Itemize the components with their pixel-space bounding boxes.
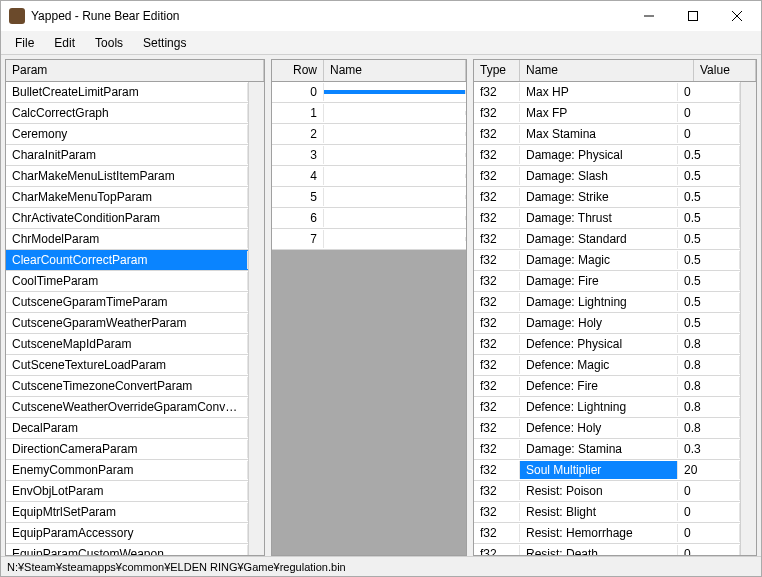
param-row[interactable]: CalcCorrectGraph (6, 103, 248, 124)
field-row[interactable]: f32Damage: Standard0.5 (474, 229, 740, 250)
field-header-value[interactable]: Value (694, 60, 756, 81)
row-row[interactable]: 6 (272, 208, 466, 229)
field-type: f32 (474, 146, 520, 164)
menu-file[interactable]: File (5, 33, 44, 53)
row-row[interactable]: 3 (272, 145, 466, 166)
row-name (324, 174, 466, 178)
param-name: CutsceneTimezoneConvertParam (6, 377, 248, 395)
field-row[interactable]: f32Damage: Physical0.5 (474, 145, 740, 166)
param-row[interactable]: EquipParamCustomWeapon (6, 544, 248, 555)
field-row[interactable]: f32Damage: Strike0.5 (474, 187, 740, 208)
param-row[interactable]: CutsceneMapIdParam (6, 334, 248, 355)
param-row[interactable]: CharMakeMenuTopParam (6, 187, 248, 208)
param-row[interactable]: EnvObjLotParam (6, 481, 248, 502)
field-row[interactable]: f32Defence: Fire0.8 (474, 376, 740, 397)
field-row[interactable]: f32Defence: Lightning0.8 (474, 397, 740, 418)
field-row[interactable]: f32Max Stamina0 (474, 124, 740, 145)
row-index: 0 (272, 83, 324, 101)
menu-settings[interactable]: Settings (133, 33, 196, 53)
field-name: Damage: Fire (520, 272, 678, 290)
field-row[interactable]: f32Resist: Death0 (474, 544, 740, 555)
field-value: 0 (678, 524, 740, 542)
field-header-type[interactable]: Type (474, 60, 520, 81)
row-row[interactable]: 7 (272, 229, 466, 250)
close-button[interactable] (715, 1, 759, 31)
param-name: CutsceneMapIdParam (6, 335, 248, 353)
field-type: f32 (474, 356, 520, 374)
param-grid[interactable]: BulletCreateLimitParamCalcCorrectGraphCe… (6, 82, 248, 555)
field-name: Damage: Strike (520, 188, 678, 206)
field-header-name[interactable]: Name (520, 60, 694, 81)
field-value: 0 (678, 104, 740, 122)
param-row[interactable]: CharaInitParam (6, 145, 248, 166)
row-index: 3 (272, 146, 324, 164)
field-row[interactable]: f32Damage: Stamina0.3 (474, 439, 740, 460)
maximize-button[interactable] (671, 1, 715, 31)
param-row[interactable]: CutSceneTextureLoadParam (6, 355, 248, 376)
field-value: 0 (678, 482, 740, 500)
row-grid[interactable]: 01234567 (272, 82, 466, 555)
param-row[interactable]: ChrActivateConditionParam (6, 208, 248, 229)
param-row[interactable]: CharMakeMenuListItemParam (6, 166, 248, 187)
field-row[interactable]: f32Max HP0 (474, 82, 740, 103)
field-row[interactable]: f32Damage: Slash0.5 (474, 166, 740, 187)
param-row[interactable]: CutsceneGparamWeatherParam (6, 313, 248, 334)
row-header-row[interactable]: Row (272, 60, 324, 81)
field-row[interactable]: f32Damage: Thrust0.5 (474, 208, 740, 229)
field-row[interactable]: f32Soul Multiplier20 (474, 460, 740, 481)
param-row[interactable]: Ceremony (6, 124, 248, 145)
field-type: f32 (474, 83, 520, 101)
field-name: Max HP (520, 83, 678, 101)
field-value: 0 (678, 125, 740, 143)
param-row[interactable]: CutsceneGparamTimeParam (6, 292, 248, 313)
field-type: f32 (474, 545, 520, 555)
field-row[interactable]: f32Damage: Magic0.5 (474, 250, 740, 271)
param-name: DecalParam (6, 419, 248, 437)
field-row[interactable]: f32Defence: Holy0.8 (474, 418, 740, 439)
param-row[interactable]: EquipParamAccessory (6, 523, 248, 544)
svg-rect-1 (689, 12, 698, 21)
param-row[interactable]: DecalParam (6, 418, 248, 439)
field-value: 0.8 (678, 419, 740, 437)
field-row[interactable]: f32Resist: Hemorrhage0 (474, 523, 740, 544)
minimize-button[interactable] (627, 1, 671, 31)
param-row[interactable]: EnemyCommonParam (6, 460, 248, 481)
field-scrollbar[interactable] (740, 82, 756, 555)
param-header-label[interactable]: Param (6, 60, 264, 81)
param-name: CharaInitParam (6, 146, 248, 164)
param-row[interactable]: EquipMtrlSetParam (6, 502, 248, 523)
field-row[interactable]: f32Damage: Holy0.5 (474, 313, 740, 334)
param-row[interactable]: DirectionCameraParam (6, 439, 248, 460)
field-row[interactable]: f32Resist: Blight0 (474, 502, 740, 523)
row-row[interactable]: 5 (272, 187, 466, 208)
field-row[interactable]: f32Max FP0 (474, 103, 740, 124)
field-row[interactable]: f32Defence: Magic0.8 (474, 355, 740, 376)
menubar: File Edit Tools Settings (1, 31, 761, 55)
param-scrollbar[interactable] (248, 82, 264, 555)
param-row[interactable]: BulletCreateLimitParam (6, 82, 248, 103)
field-row[interactable]: f32Damage: Lightning0.5 (474, 292, 740, 313)
field-value: 0.5 (678, 230, 740, 248)
field-name: Defence: Physical (520, 335, 678, 353)
menu-tools[interactable]: Tools (85, 33, 133, 53)
param-row[interactable]: CoolTimeParam (6, 271, 248, 292)
field-row[interactable]: f32Defence: Physical0.8 (474, 334, 740, 355)
menu-edit[interactable]: Edit (44, 33, 85, 53)
param-row[interactable]: ClearCountCorrectParam (6, 250, 248, 271)
field-row[interactable]: f32Resist: Poison0 (474, 481, 740, 502)
row-row[interactable]: 2 (272, 124, 466, 145)
param-row[interactable]: CutsceneTimezoneConvertParam (6, 376, 248, 397)
row-index: 4 (272, 167, 324, 185)
param-row[interactable]: CutsceneWeatherOverrideGparamConvert... (6, 397, 248, 418)
param-row[interactable]: ChrModelParam (6, 229, 248, 250)
field-name: Damage: Standard (520, 230, 678, 248)
field-type: f32 (474, 482, 520, 500)
field-row[interactable]: f32Damage: Fire0.5 (474, 271, 740, 292)
row-index: 1 (272, 104, 324, 122)
row-header-name[interactable]: Name (324, 60, 466, 81)
row-index: 2 (272, 125, 324, 143)
row-row[interactable]: 1 (272, 103, 466, 124)
row-row[interactable]: 0 (272, 82, 466, 103)
row-row[interactable]: 4 (272, 166, 466, 187)
field-grid[interactable]: f32Max HP0f32Max FP0f32Max Stamina0f32Da… (474, 82, 740, 555)
